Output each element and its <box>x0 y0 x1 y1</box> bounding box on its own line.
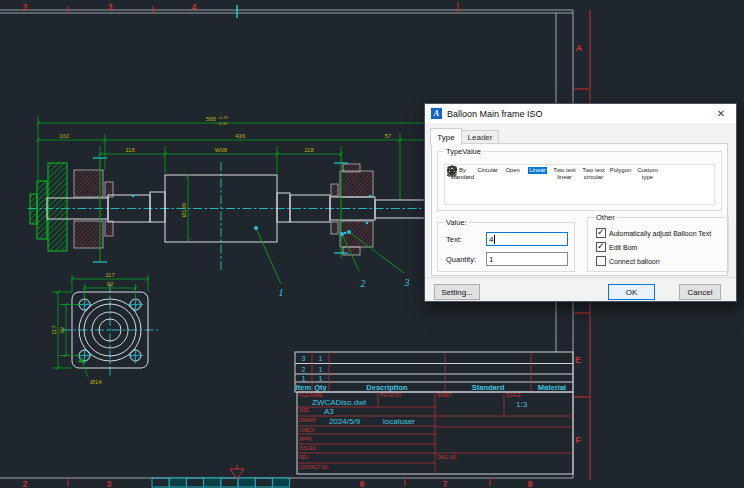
label-scale: SCALE <box>506 393 521 398</box>
bom-header-item: Item <box>296 383 312 392</box>
dim-w08: W08 <box>215 147 228 153</box>
shaft-assembly-section-view <box>28 155 434 272</box>
value-scale: 1:3 <box>516 400 528 409</box>
type-label: Two text <box>582 167 604 174</box>
checkbox-icon <box>596 256 606 266</box>
title-block: FILE NAME PSCM NO SHEET SCALE SIZE DRAWN… <box>297 392 573 474</box>
balloon-2[interactable]: 2 <box>361 278 366 289</box>
checkbox-label: Connect balloon <box>609 258 660 265</box>
bom-row3-qty: 1 <box>319 375 323 382</box>
zone-bottom-6: 6 <box>359 479 364 488</box>
balloon-dialog: Balloon Main frame ISO ✕ Type Leader Typ… <box>424 103 737 302</box>
ok-button[interactable]: OK <box>608 284 655 300</box>
dim-flange-92-top: 92 <box>107 281 114 287</box>
zwcad-app-icon <box>431 108 442 119</box>
quantity-label: Quantity: <box>446 255 476 264</box>
balloon-1[interactable]: 1 <box>279 287 284 298</box>
zone-right-a: A <box>576 43 583 53</box>
type-label-selected: Linear <box>528 167 547 174</box>
value-file-name: ZWCADiso.dwt <box>312 398 367 407</box>
bom-header-description: Description <box>366 383 408 392</box>
type-two-text-linear[interactable]: A Two text linear <box>550 167 579 181</box>
label-check: CHECK <box>299 428 315 433</box>
sheet-scale-bar <box>152 465 290 487</box>
type-polygon[interactable]: 1 Polygon <box>608 167 633 174</box>
bom-header-standard: Standard <box>472 383 505 392</box>
dim-118-right: 118 <box>304 147 314 153</box>
label-pscm-no: PSCM NO <box>380 393 402 398</box>
dim-overall: 595 <box>206 116 217 122</box>
type-custom[interactable]: Custom type <box>633 167 662 181</box>
value-drawn-date: 2024/5/9 <box>329 417 361 426</box>
setting-button[interactable]: Setting... <box>434 284 480 300</box>
type-label: By <box>459 167 466 174</box>
label-dwg-no: DWG NO <box>437 455 456 460</box>
cad-application-canvas: 2 3 4 2 3 6 7 8 A E F <box>0 0 744 488</box>
dim-dia120: Ø120 <box>181 202 187 217</box>
type-two-text-circular[interactable]: Two text circular <box>579 167 608 181</box>
checkbox-label: Edit Bom <box>609 244 637 251</box>
bom-header-material: Material <box>538 383 566 392</box>
text-label: Text: <box>446 235 462 244</box>
text-input[interactable]: 4 <box>486 232 568 246</box>
dim-57: 57 <box>385 133 392 139</box>
dialog-titlebar[interactable]: Balloon Main frame ISO ✕ <box>425 104 736 123</box>
fold-mark <box>230 465 244 479</box>
checkbox-connect-balloon[interactable]: Connect balloon <box>596 256 660 266</box>
dim-102: 102 <box>59 133 70 139</box>
zone-right-f: F <box>575 435 581 445</box>
dimensions: 595 +0.35 -0.35 102 436 57 118 W08 118 Ø… <box>36 115 442 385</box>
type-open[interactable]: 1 Open <box>500 167 525 174</box>
label-appr: APPR. <box>299 437 313 442</box>
dim-flange-117-left: 117 <box>51 325 57 335</box>
label-contact-no: CONTACT NO <box>299 465 329 470</box>
typevalue-group: TypeValue 1 By standard 1 Circular <box>437 151 722 211</box>
value-drawn-by: localuser <box>383 417 415 426</box>
dialog-title: Balloon Main frame ISO <box>447 109 707 119</box>
type-label: linear <box>557 174 572 181</box>
bom-row2-qty: 1 <box>319 366 323 373</box>
close-icon[interactable]: ✕ <box>712 106 730 121</box>
type-label: Two text <box>553 167 575 174</box>
type-circular[interactable]: 1 Circular <box>475 167 500 174</box>
tab-type[interactable]: Type <box>430 128 462 145</box>
checkbox-label: Automatically adjust Balloon Text <box>609 230 711 237</box>
checkbox-icon <box>596 228 606 238</box>
checkbox-edit-bom[interactable]: Edit Bom <box>596 242 637 252</box>
label-issued: ISSUED <box>299 446 317 451</box>
bom-row1-item: 3 <box>302 355 306 362</box>
typevalue-group-label: TypeValue <box>444 147 483 156</box>
checkbox-icon <box>596 242 606 252</box>
checkbox-auto-adjust[interactable]: Automatically adjust Balloon Text <box>596 228 711 238</box>
zone-top-3: 3 <box>107 2 112 12</box>
label-sheet: SHEET <box>437 393 452 398</box>
bom-header-qty: Qty <box>314 383 327 392</box>
zone-top-2: 2 <box>22 2 27 12</box>
type-label: Open <box>505 167 520 174</box>
dim-flange-92-left: 92 <box>59 326 65 333</box>
button-separator <box>425 277 736 278</box>
value-size: A3 <box>324 407 334 416</box>
flange-front-view <box>62 284 158 377</box>
dim-flange-117-top: 117 <box>105 272 115 278</box>
cancel-button[interactable]: Cancel <box>679 284 721 300</box>
value-group: Value: Text: 4 Quantity: 1 <box>437 222 575 272</box>
quantity-input[interactable]: 1 <box>486 252 568 266</box>
zone-bottom-2: 2 <box>22 479 27 488</box>
bom-table: 3 1 2 1 1 1 Item Qty Description Standar… <box>295 352 573 392</box>
type-linear[interactable]: Linear <box>525 167 550 174</box>
dim-overall-sub: -0.35 <box>218 121 228 126</box>
text-cursor <box>494 235 495 244</box>
type-label: type <box>642 174 653 181</box>
type-label: Polygon <box>610 167 632 174</box>
dim-436: 436 <box>235 133 246 139</box>
tab-leader[interactable]: Leader <box>461 130 499 144</box>
zone-bottom-7: 7 <box>442 479 447 488</box>
type-tab-panel: TypeValue 1 By standard 1 Circular <box>431 143 728 276</box>
text-input-value: 4 <box>489 235 493 244</box>
label-rev: REV <box>299 455 308 460</box>
type-label: Circular <box>477 167 498 174</box>
balloon-3[interactable]: 3 <box>404 277 410 288</box>
label-size: SIZE <box>299 408 309 413</box>
zone-top-4: 4 <box>191 2 196 12</box>
